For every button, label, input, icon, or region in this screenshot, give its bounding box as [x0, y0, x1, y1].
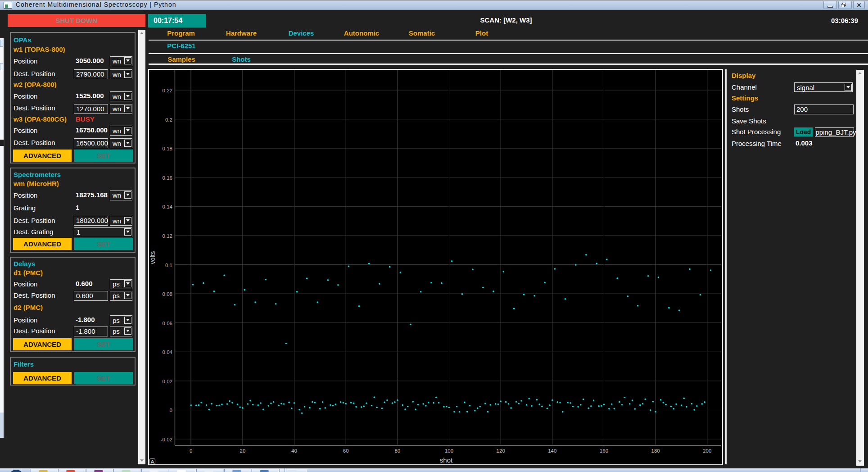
svg-text:180: 180 — [651, 448, 660, 454]
svg-text:0.06: 0.06 — [163, 321, 172, 326]
svg-text:0.14: 0.14 — [163, 204, 173, 209]
svg-text:0.22: 0.22 — [163, 88, 172, 93]
svg-text:200: 200 — [703, 448, 711, 454]
svg-text:A: A — [151, 459, 154, 464]
svg-text:-0.02: -0.02 — [161, 437, 172, 442]
svg-text:120: 120 — [497, 448, 505, 454]
svg-text:0.08: 0.08 — [163, 291, 172, 297]
svg-text:0: 0 — [190, 448, 192, 454]
svg-text:160: 160 — [600, 448, 608, 454]
svg-text:20: 20 — [240, 448, 246, 454]
svg-text:0.02: 0.02 — [163, 379, 172, 384]
svg-text:0: 0 — [170, 408, 172, 413]
svg-text:140: 140 — [548, 448, 556, 454]
svg-text:0.12: 0.12 — [163, 233, 172, 239]
svg-text:0.1: 0.1 — [165, 263, 172, 268]
svg-text:40: 40 — [291, 448, 297, 454]
svg-text:0.18: 0.18 — [163, 146, 172, 151]
svg-text:0.16: 0.16 — [163, 175, 172, 181]
svg-text:shot: shot — [440, 456, 453, 464]
svg-text:60: 60 — [343, 448, 349, 454]
svg-text:0.2: 0.2 — [165, 117, 172, 123]
svg-text:volts: volts — [149, 251, 156, 264]
svg-text:100: 100 — [445, 448, 453, 454]
svg-text:0.04: 0.04 — [163, 349, 173, 355]
svg-text:80: 80 — [394, 448, 400, 454]
